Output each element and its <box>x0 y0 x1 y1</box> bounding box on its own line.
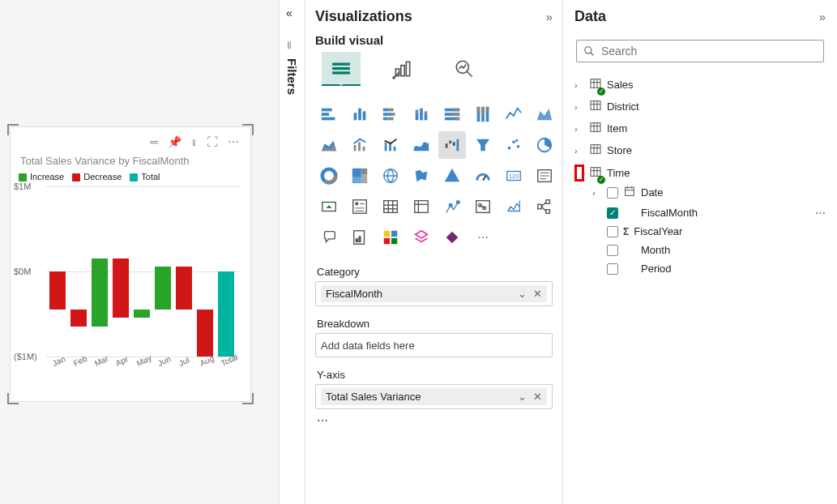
field-period[interactable]: › Period <box>592 263 826 275</box>
field-checkbox[interactable] <box>607 263 618 275</box>
tab-analytics[interactable] <box>445 52 484 86</box>
field-checkbox[interactable] <box>607 226 618 237</box>
remove-field-icon[interactable]: ✕ <box>533 288 542 300</box>
expand-chevron-highlighted[interactable]: ⌄ <box>574 164 584 182</box>
selection-handle[interactable] <box>7 393 19 404</box>
viz-py-visual[interactable] <box>469 193 497 220</box>
search-field[interactable] <box>600 44 817 58</box>
well-category[interactable]: FiscalMonth ⌄✕ <box>315 281 553 306</box>
table-item[interactable]: › Item <box>574 121 826 136</box>
collapse-pane-icon[interactable]: » <box>546 10 553 23</box>
viz-power-apps[interactable] <box>438 224 466 251</box>
field-chip-sales-variance[interactable]: Total Sales Variance ⌄✕ <box>321 388 547 405</box>
chart-title: Total Sales Variance by FiscalMonth <box>20 155 242 167</box>
viz-kpi[interactable] <box>315 193 343 220</box>
svg-point-51 <box>515 139 519 143</box>
viz-azure-map[interactable] <box>438 162 466 190</box>
viz-key-influencers[interactable] <box>500 193 527 220</box>
viz-paginated[interactable] <box>377 224 404 251</box>
viz-filled-map[interactable] <box>408 162 435 190</box>
viz-donut[interactable] <box>315 162 343 190</box>
selection-handle[interactable] <box>7 124 19 135</box>
svg-rect-32 <box>477 107 480 113</box>
field-chip-fiscalmonth[interactable]: FiscalMonth ⌄✕ <box>321 285 547 302</box>
field-more-icon[interactable]: ⋯ <box>815 207 826 219</box>
pin-icon[interactable]: 📌 <box>168 135 181 148</box>
svg-rect-15 <box>389 109 394 112</box>
chart-visual-waterfall[interactable]: ═ 📌 ⫾ ⛶ ⋯ Total Sales Variance by Fiscal… <box>10 126 251 402</box>
report-canvas[interactable]: ═ 📌 ⫾ ⛶ ⋯ Total Sales Variance by Fiscal… <box>0 0 280 504</box>
viz-arcgis[interactable] <box>408 224 435 251</box>
svg-rect-55 <box>352 169 361 177</box>
viz-map[interactable] <box>377 162 404 190</box>
viz-clustered-column[interactable] <box>346 100 374 128</box>
svg-rect-95 <box>384 231 390 237</box>
viz-gauge[interactable] <box>469 162 497 190</box>
field-date[interactable]: › Date <box>592 185 826 200</box>
viz-table[interactable] <box>377 193 404 220</box>
viz-ribbon[interactable] <box>408 131 435 159</box>
field-checkbox[interactable] <box>607 245 618 256</box>
selection-handle[interactable] <box>242 393 254 404</box>
table-time[interactable]: ⌄ Time <box>574 164 826 182</box>
table-sales[interactable]: › Sales <box>574 77 826 92</box>
viz-100pct-column[interactable] <box>469 100 497 128</box>
viz-line-column[interactable] <box>346 131 374 159</box>
viz-decomposition[interactable] <box>531 193 558 220</box>
tab-format-visual[interactable] <box>383 52 422 86</box>
field-fiscalmonth[interactable]: › ✓ FiscalMonth ⋯ <box>592 207 826 219</box>
svg-rect-28 <box>451 113 459 116</box>
collapse-chevron-icon[interactable]: « <box>286 6 293 19</box>
viz-funnel[interactable] <box>469 131 497 159</box>
field-fiscalyear[interactable]: › Σ FiscalYear <box>592 225 826 237</box>
viz-r-visual[interactable] <box>438 193 466 220</box>
viz-narrative[interactable] <box>346 224 374 251</box>
viz-qa[interactable] <box>315 224 343 251</box>
viz-stacked-column[interactable] <box>408 100 435 128</box>
svg-line-100 <box>591 53 594 56</box>
filter-icon[interactable]: ⫾ <box>191 135 197 148</box>
chevron-down-icon[interactable]: ⌄ <box>518 391 527 403</box>
viz-line[interactable] <box>500 100 527 128</box>
viz-stacked-bar[interactable] <box>315 100 343 128</box>
svg-point-6 <box>393 77 395 79</box>
viz-stacked-area[interactable] <box>315 131 343 159</box>
field-month[interactable]: › Month <box>592 244 826 256</box>
svg-rect-41 <box>385 142 387 145</box>
more-options-icon[interactable]: ⋯ <box>228 135 239 148</box>
viz-stacked-bar-horiz[interactable] <box>377 100 404 128</box>
drill-grip-icon[interactable]: ═ <box>150 135 158 148</box>
well-placeholder: Add data fields here <box>321 340 415 352</box>
table-store[interactable]: › Store <box>574 143 826 158</box>
viz-multirow-card[interactable] <box>531 162 558 190</box>
viz-scatter[interactable] <box>500 131 527 159</box>
collapse-data-icon[interactable]: » <box>819 10 826 23</box>
table-district[interactable]: › District <box>574 99 826 114</box>
tab-build-visual[interactable] <box>322 52 361 86</box>
svg-rect-24 <box>425 111 428 114</box>
well-yaxis[interactable]: Total Sales Variance ⌄✕ <box>315 384 553 409</box>
remove-field-icon[interactable]: ✕ <box>533 391 542 403</box>
chart-plot-area: $1M $0M ($1M) <box>46 186 239 357</box>
data-pane-title: Data <box>574 8 606 25</box>
viz-more[interactable]: ⋯ <box>469 224 497 251</box>
more-wells-icon[interactable]: ⋯ <box>315 414 553 427</box>
filters-pane-collapsed[interactable]: « Filters <box>280 0 305 504</box>
field-checkbox[interactable] <box>607 187 618 199</box>
viz-pie[interactable] <box>531 131 558 159</box>
well-breakdown[interactable]: Add data fields here <box>315 333 553 357</box>
viz-matrix[interactable] <box>408 193 435 220</box>
viz-line-stacked-column[interactable] <box>377 131 404 159</box>
selection-handle[interactable] <box>242 124 254 135</box>
sigma-icon: Σ <box>623 226 629 237</box>
viz-slicer[interactable] <box>346 193 374 220</box>
focus-icon[interactable]: ⛶ <box>207 135 218 148</box>
field-checkbox-checked[interactable]: ✓ <box>607 207 618 219</box>
viz-treemap[interactable] <box>346 162 374 190</box>
chevron-down-icon[interactable]: ⌄ <box>518 288 527 300</box>
viz-waterfall[interactable] <box>438 131 466 159</box>
search-input[interactable] <box>576 40 824 62</box>
viz-card[interactable]: 123 <box>500 162 527 190</box>
viz-area[interactable] <box>531 100 558 128</box>
viz-100pct-bar[interactable] <box>438 100 466 128</box>
